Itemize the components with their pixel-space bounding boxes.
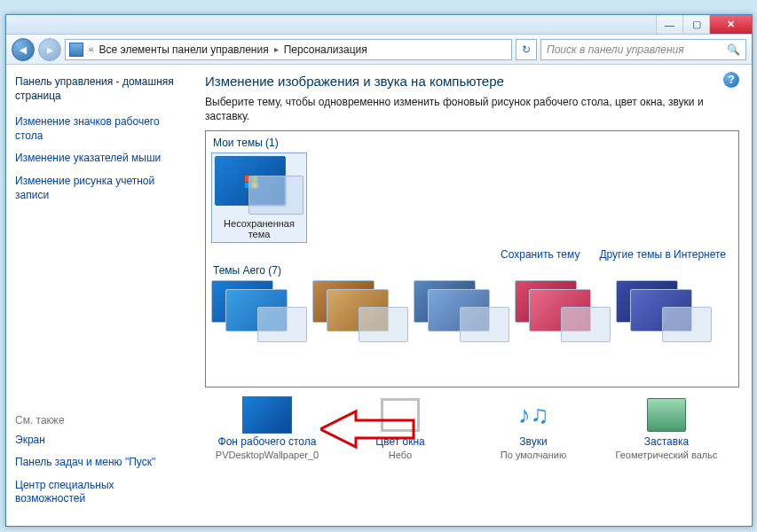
wallpaper-label: Фон рабочего стола <box>218 435 317 448</box>
titlebar: — ▢ ✕ <box>6 15 752 35</box>
refresh-button[interactable]: ↻ <box>516 39 537 60</box>
save-theme-link[interactable]: Сохранить тему <box>501 248 580 261</box>
aero-themes-label: Темы Aero (7) <box>213 264 733 277</box>
saver-value: Геометрический вальс <box>615 450 717 460</box>
sidebar-link-desktop-icons[interactable]: Изменение значков рабочего стола <box>15 115 184 143</box>
wallpaper-value: PVDesktopWallpaper_0 <box>216 450 319 460</box>
aero-theme-4[interactable] <box>515 280 611 342</box>
navigation-bar: ◄ ▸ « Все элементы панели управления ▸ П… <box>6 35 752 65</box>
themes-panel: Мои темы (1) Несохраненная тема Сохранит… <box>205 130 739 387</box>
theme-thumbnail <box>215 156 304 215</box>
wallpaper-icon <box>242 396 292 434</box>
control-panel-home-link[interactable]: Панель управления - домашняя страница <box>15 75 184 103</box>
sounds-icon: ♪♫ <box>518 401 549 429</box>
address-bar[interactable]: « Все элементы панели управления ▸ Персо… <box>65 39 512 60</box>
breadcrumb-current[interactable]: Персонализация <box>284 43 367 56</box>
minimize-button[interactable]: — <box>656 15 682 34</box>
more-themes-link[interactable]: Другие темы в Интернете <box>599 248 726 261</box>
desktop-background-button[interactable]: Фон рабочего стола PVDesktopWallpaper_0 <box>205 396 329 460</box>
help-icon[interactable]: ? <box>723 72 739 88</box>
sounds-value: По умолчанию <box>501 450 566 460</box>
window-color-icon <box>381 398 420 432</box>
personalization-window: — ▢ ✕ ◄ ▸ « Все элементы панели управлен… <box>5 14 753 527</box>
color-label: Цвет окна <box>375 435 424 448</box>
chevron-icon: « <box>89 44 94 54</box>
back-button[interactable]: ◄ <box>12 38 35 61</box>
aero-theme-2[interactable] <box>312 280 408 342</box>
see-also-taskbar[interactable]: Панель задач и меню "Пуск" <box>15 456 184 470</box>
control-panel-icon <box>69 43 83 57</box>
see-also-display[interactable]: Экран <box>15 434 184 448</box>
aero-theme-1[interactable] <box>211 280 307 342</box>
forward-button[interactable]: ▸ <box>38 38 61 61</box>
aero-theme-5[interactable] <box>616 280 712 342</box>
sidebar-link-mouse-pointers[interactable]: Изменение указателей мыши <box>15 152 184 166</box>
screensaver-icon <box>647 398 686 432</box>
sounds-button[interactable]: ♪♫ Звуки По умолчанию <box>471 396 595 460</box>
theme-name-label: Несохраненная тема <box>215 218 304 239</box>
breadcrumb-parent[interactable]: Все элементы панели управления <box>99 43 269 56</box>
page-description: Выберите тему, чтобы одновременно измени… <box>205 96 739 123</box>
sidebar-link-account-picture[interactable]: Изменение рисунка учетной записи <box>15 175 184 202</box>
see-also-heading: См. также <box>15 414 184 426</box>
theme-unsaved[interactable]: Несохраненная тема <box>211 153 307 243</box>
close-button[interactable]: ✕ <box>709 15 752 34</box>
search-icon: 🔍 <box>727 43 740 56</box>
search-placeholder: Поиск в панели управления <box>547 43 684 56</box>
content-body: Панель управления - домашняя страница Из… <box>6 65 752 526</box>
saver-label: Заставка <box>644 435 690 448</box>
sidebar: Панель управления - домашняя страница Из… <box>6 65 193 526</box>
my-themes-label: Мои темы (1) <box>213 137 733 149</box>
chevron-right-icon: ▸ <box>274 44 279 54</box>
theme-components-row: Фон рабочего стола PVDesktopWallpaper_0 … <box>205 396 739 460</box>
screensaver-button[interactable]: Заставка Геометрический вальс <box>604 396 729 460</box>
see-also-ease-of-access[interactable]: Центр специальных возможностей <box>15 479 184 506</box>
main-content: ? Изменение изображения и звука на компь… <box>193 65 752 526</box>
maximize-button[interactable]: ▢ <box>682 15 709 34</box>
sounds-label: Звуки <box>519 435 547 448</box>
aero-theme-3[interactable] <box>414 280 509 342</box>
search-input[interactable]: Поиск в панели управления 🔍 <box>540 39 746 60</box>
window-color-button[interactable]: Цвет окна Небо <box>338 396 462 460</box>
color-value: Небо <box>389 450 412 460</box>
page-title: Изменение изображения и звука на компьют… <box>205 74 739 89</box>
